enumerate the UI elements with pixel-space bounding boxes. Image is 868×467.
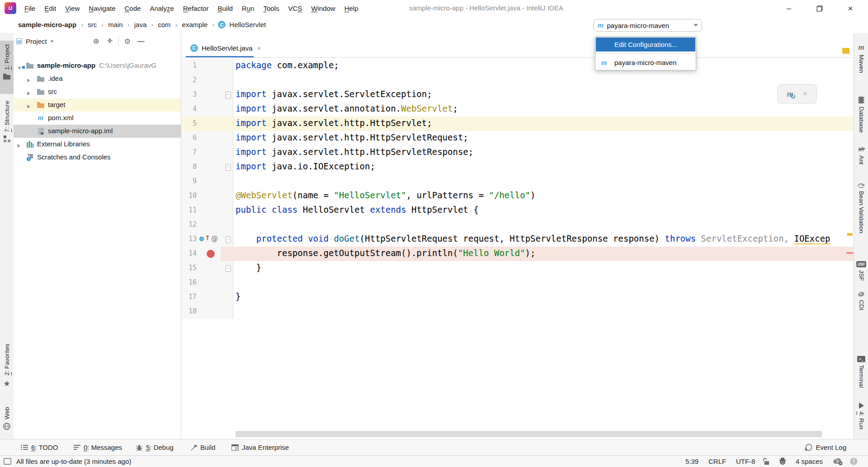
collapse-all-icon[interactable] — [103, 37, 117, 46]
locate-icon[interactable]: ⊕ — [90, 37, 103, 46]
file-encoding[interactable]: UTF-8 — [736, 456, 755, 467]
dropdown-item-payara-micro-maven[interactable]: mpayara-micro-maven — [596, 56, 695, 70]
stripe-button-4-run[interactable]: 4: Run — [854, 402, 868, 430]
tree-item-src[interactable]: src — [14, 85, 181, 98]
stripe-button-database[interactable]: Database — [854, 96, 868, 133]
code-line-5[interactable]: 5 import javax.servlet.http.HttpServlet; — [181, 117, 854, 131]
stripe-button-ant[interactable]: Ant — [854, 146, 868, 164]
stripe-button-1-project[interactable]: 1: Project — [0, 44, 14, 80]
highlighting-level-icon[interactable] — [778, 456, 787, 467]
caret-position[interactable]: 5:39 — [685, 456, 698, 467]
toolwindow-toggle-icon[interactable] — [4, 456, 11, 467]
stripe-button-jsf[interactable]: JSFJSF — [854, 261, 868, 281]
stripe-button-2-favorites[interactable]: 2: Favorites★ — [0, 344, 14, 388]
breadcrumb-sample-micro-app[interactable]: sample-micro-app — [17, 21, 77, 28]
sync-help-icon[interactable]: ? — [833, 456, 843, 467]
menu-navigate[interactable]: Navigate — [84, 5, 120, 12]
overridden-method-icon[interactable] — [199, 237, 204, 241]
menu-view[interactable]: View — [61, 5, 84, 12]
horizontal-scrollbar[interactable] — [236, 431, 822, 437]
menu-help[interactable]: Help — [340, 5, 363, 12]
status-message[interactable]: All files are up-to-date (3 minutes ago) — [16, 456, 131, 467]
dropdown-item-edit-configurations[interactable]: Edit Configurations... — [596, 37, 695, 51]
fold-marker-icon[interactable] — [226, 164, 231, 171]
code-line-11[interactable]: 11 public class HelloServlet extends Htt… — [181, 203, 854, 218]
fold-marker-icon[interactable] — [226, 92, 231, 98]
fold-marker-icon[interactable] — [226, 265, 231, 272]
indent-setting[interactable]: 4 spaces — [796, 456, 823, 467]
stripe-button-7-structure[interactable]: 7: Structure — [0, 101, 14, 142]
line-ending[interactable]: CRLF — [708, 456, 726, 467]
error-stripe-breakpoint-mark[interactable] — [846, 252, 853, 254]
menu-tools[interactable]: Tools — [259, 5, 283, 12]
breadcrumb-java[interactable]: java — [133, 21, 148, 28]
breadcrumb-main[interactable]: main — [107, 21, 124, 28]
chevron-down-icon[interactable] — [50, 40, 54, 42]
code-area[interactable]: 1 package com.example; 2 3 import javax.… — [181, 59, 854, 319]
breadcrumb-helloservlet[interactable]: HelloServlet — [228, 21, 267, 28]
settings-icon[interactable]: ⚙ — [121, 37, 134, 46]
hide-icon[interactable]: — — [134, 37, 148, 46]
editor-area[interactable]: C HelloServlet.java × 1 package com.exam… — [181, 33, 854, 439]
tab-helloservlet[interactable]: C HelloServlet.java × — [186, 38, 265, 57]
code-line-16[interactable]: 16 — [181, 276, 854, 290]
toolwindow-button-5-debug[interactable]: 5: Debug — [136, 439, 174, 455]
code-line-3[interactable]: 3 import javax.servlet.ServletException; — [181, 88, 854, 102]
stripe-button-cdi[interactable]: CDI — [854, 291, 868, 310]
code-line-2[interactable]: 2 — [181, 73, 854, 88]
code-line-6[interactable]: 6 import javax.servlet.http.HttpServletR… — [181, 131, 854, 145]
code-line-10[interactable]: 10 @WebServlet(name = "HelloServlet", ur… — [181, 189, 854, 203]
toolwindow-button-java-enterprise[interactable]: EEJava Enterprise — [231, 439, 289, 455]
minimize-button[interactable]: – — [778, 0, 799, 17]
menu-analyze[interactable]: Analyze — [145, 5, 178, 12]
breakpoint-icon[interactable] — [207, 250, 215, 258]
maven-reimport-icon[interactable]: m↻ — [787, 89, 793, 99]
menu-run[interactable]: Run — [237, 5, 259, 12]
toolwindow-button-0-messages[interactable]: 0: Messages — [74, 439, 122, 455]
code-line-18[interactable]: 18 — [181, 304, 854, 319]
menu-build[interactable]: Build — [213, 5, 237, 12]
override-arrow-icon[interactable]: ↑ — [205, 234, 211, 242]
stripe-button-terminal[interactable]: >_Terminal — [854, 356, 868, 388]
event-log-button[interactable]: Event Log — [805, 439, 846, 455]
chevron-expanded-icon[interactable] — [17, 63, 22, 71]
chevron-collapsed-icon[interactable] — [27, 89, 30, 97]
tree-item-scratches-and-consoles[interactable]: Scratches and Consoles — [14, 151, 181, 164]
code-line-4[interactable]: 4 import javax.servlet.annotation.WebSer… — [181, 102, 854, 117]
menu-window[interactable]: Window — [307, 5, 340, 12]
error-stripe-warning-mark[interactable] — [847, 233, 853, 236]
code-line-1[interactable]: 1 package com.example; — [181, 59, 854, 73]
code-line-7[interactable]: 7 import javax.servlet.http.HttpServletR… — [181, 145, 854, 160]
chevron-collapsed-icon[interactable] — [27, 103, 30, 110]
menu-code[interactable]: Code — [120, 5, 146, 12]
close-icon[interactable]: × — [803, 89, 807, 98]
annotation-gutter-icon[interactable]: @ — [211, 234, 218, 243]
unlock-icon[interactable] — [763, 456, 770, 467]
tree-item-external-libraries[interactable]: External Libraries — [14, 138, 181, 151]
stripe-button-maven[interactable]: mMaven — [854, 43, 868, 73]
tree-item-pom-xml[interactable]: m pom.xml — [14, 112, 181, 125]
menu-edit[interactable]: Edit — [40, 5, 61, 12]
menu-file[interactable]: File — [20, 5, 40, 12]
stripe-button-bean-validation[interactable]: Bean Validation — [854, 182, 868, 234]
run-configuration-select[interactable]: m payara-micro-maven — [594, 19, 702, 32]
toolwindow-button-build[interactable]: Build — [190, 439, 215, 455]
close-tab-icon[interactable]: × — [257, 44, 261, 52]
fold-marker-icon[interactable] — [226, 236, 231, 243]
code-line-12[interactable]: 12 — [181, 218, 854, 232]
stripe-button-web[interactable]: Web — [0, 407, 14, 430]
inspection-status-indicator[interactable] — [842, 48, 849, 54]
tree-item-sample-micro-app[interactable]: sample-micro-appC:\Users\jGauravG — [14, 59, 181, 72]
chevron-collapsed-icon[interactable] — [27, 76, 30, 84]
code-line-14[interactable]: 14 response.getOutputStream().println("H… — [181, 247, 854, 261]
code-line-9[interactable]: 9 — [181, 174, 854, 189]
breadcrumb-src[interactable]: src — [87, 21, 98, 28]
tree-item-target[interactable]: target — [14, 98, 181, 112]
breadcrumb-example[interactable]: example — [181, 21, 209, 28]
toolwindow-button-6-todo[interactable]: 6: TODO — [21, 439, 58, 455]
notification-icon[interactable] — [850, 456, 858, 467]
code-line-17[interactable]: 17 } — [181, 290, 854, 304]
project-panel-title[interactable]: Project — [26, 37, 47, 45]
menu-vcs[interactable]: VCS — [283, 5, 307, 12]
tree-item-idea[interactable]: .idea — [14, 72, 181, 85]
